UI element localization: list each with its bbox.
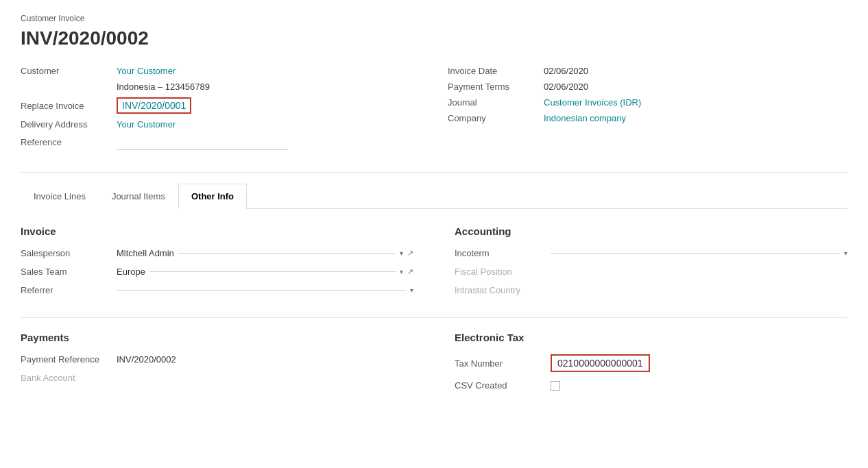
replace-invoice-field: Replace Invoice INV/2020/0001 <box>21 97 420 114</box>
incoterm-dropdown-icon[interactable]: ▾ <box>844 249 847 257</box>
other-info-content: Invoice Salesperson Mitchell Admin ▾ ↗ S… <box>21 209 847 415</box>
sales-team-value: Europe <box>117 267 145 277</box>
customer-field: Customer Your Customer <box>21 66 420 76</box>
invoice-section-title: Invoice <box>21 225 413 237</box>
referrer-field: Referrer ▾ <box>21 285 413 295</box>
sales-team-label: Sales Team <box>21 267 117 277</box>
payments-section-title: Payments <box>21 332 413 343</box>
header-left: Customer Your Customer Indonesia – 12345… <box>21 66 420 156</box>
payment-reference-label: Payment Reference <box>21 354 117 365</box>
tab-other-info[interactable]: Other Info <box>178 184 247 209</box>
tab-journal-items[interactable]: Journal Items <box>99 184 178 209</box>
referrer-label: Referrer <box>21 285 117 295</box>
reference-field: Reference <box>21 135 420 150</box>
bank-account-field: Bank Account <box>21 373 413 383</box>
tabs-bar: Invoice Lines Journal Items Other Info <box>21 184 847 209</box>
breadcrumb: Customer Invoice <box>21 14 847 23</box>
journal-label: Journal <box>448 97 544 108</box>
payment-terms-field: Payment Terms 02/06/2020 <box>448 82 847 92</box>
salesperson-external-link-icon[interactable]: ↗ <box>407 249 413 258</box>
salesperson-field: Salesperson Mitchell Admin ▾ ↗ <box>21 248 413 258</box>
fiscal-position-label: Fiscal Position <box>455 267 512 277</box>
sales-team-input-group: Europe ▾ ↗ <box>117 267 413 277</box>
invoice-date-label: Invoice Date <box>448 66 544 76</box>
salesperson-dropdown-icon[interactable]: ▾ <box>400 249 403 257</box>
salesperson-label: Salesperson <box>21 248 117 258</box>
invoice-date-value: 02/06/2020 <box>544 66 588 76</box>
incoterm-field: Incoterm ▾ <box>455 248 847 258</box>
sales-team-external-link-icon[interactable]: ↗ <box>407 267 413 276</box>
sales-team-field: Sales Team Europe ▾ ↗ <box>21 267 413 277</box>
payments-section: Payments Payment Reference INV/2020/0002… <box>21 332 413 399</box>
accounting-section-title: Accounting <box>455 225 847 237</box>
tax-number-label: Tax Number <box>455 358 551 369</box>
journal-value[interactable]: Customer Invoices (IDR) <box>544 97 641 108</box>
intrastat-country-field: Intrastat Country <box>455 285 847 295</box>
reference-label: Reference <box>21 137 117 147</box>
csv-created-label: CSV Created <box>455 380 551 391</box>
customer-value[interactable]: Your Customer <box>117 66 176 76</box>
section-grid-top: Invoice Salesperson Mitchell Admin ▾ ↗ S… <box>21 225 847 304</box>
incoterm-input-group: ▾ <box>551 249 847 257</box>
header-right: Invoice Date 02/06/2020 Payment Terms 02… <box>448 66 847 156</box>
electronic-tax-section: Electronic Tax Tax Number 02100000000000… <box>455 332 847 399</box>
tax-number-field: Tax Number 0210000000000001 <box>455 354 847 372</box>
journal-field: Journal Customer Invoices (IDR) <box>448 97 847 108</box>
incoterm-label: Incoterm <box>455 248 551 258</box>
accounting-section: Accounting Incoterm ▾ Fiscal Position In… <box>455 225 847 304</box>
salesperson-value: Mitchell Admin <box>117 248 174 258</box>
csv-created-field: CSV Created <box>455 380 847 391</box>
fiscal-position-field: Fiscal Position <box>455 267 847 277</box>
invoice-section: Invoice Salesperson Mitchell Admin ▾ ↗ S… <box>21 225 413 304</box>
delivery-address-field: Delivery Address Your Customer <box>21 119 420 130</box>
company-field: Company Indonesian company <box>448 113 847 123</box>
invoice-date-field: Invoice Date 02/06/2020 <box>448 66 847 76</box>
payment-reference-field: Payment Reference INV/2020/0002 <box>21 354 413 365</box>
delivery-address-value[interactable]: Your Customer <box>117 119 176 130</box>
replace-invoice-value[interactable]: INV/2020/0001 <box>117 97 191 114</box>
csv-created-checkbox[interactable] <box>551 381 560 391</box>
electronic-tax-section-title: Electronic Tax <box>455 332 847 343</box>
intrastat-country-label: Intrastat Country <box>455 285 520 295</box>
indonesia-row: Indonesia – 123456789 <box>21 82 420 92</box>
sales-team-dropdown-icon[interactable]: ▾ <box>400 268 403 275</box>
payment-terms-label: Payment Terms <box>448 82 544 92</box>
replace-invoice-label: Replace Invoice <box>21 101 117 111</box>
header-form: Customer Your Customer Indonesia – 12345… <box>21 66 847 156</box>
tab-invoice-lines[interactable]: Invoice Lines <box>21 184 99 209</box>
reference-input[interactable] <box>117 135 288 150</box>
tax-number-value: 0210000000000001 <box>551 354 650 372</box>
mid-section-divider <box>21 317 847 318</box>
payment-reference-value: INV/2020/0002 <box>117 354 176 365</box>
header-divider <box>21 172 847 173</box>
customer-label: Customer <box>21 66 117 76</box>
page-title: INV/2020/0002 <box>21 27 847 49</box>
referrer-dropdown-icon[interactable]: ▾ <box>410 286 413 294</box>
indonesia-value: Indonesia – 123456789 <box>117 82 210 92</box>
salesperson-input-group: Mitchell Admin ▾ ↗ <box>117 248 413 258</box>
delivery-address-label: Delivery Address <box>21 119 117 130</box>
referrer-input-group: ▾ <box>117 286 413 294</box>
bank-account-label: Bank Account <box>21 373 75 383</box>
payment-terms-value: 02/06/2020 <box>544 82 588 92</box>
company-label: Company <box>448 113 544 123</box>
company-value[interactable]: Indonesian company <box>544 113 626 123</box>
section-grid-bottom: Payments Payment Reference INV/2020/0002… <box>21 332 847 399</box>
